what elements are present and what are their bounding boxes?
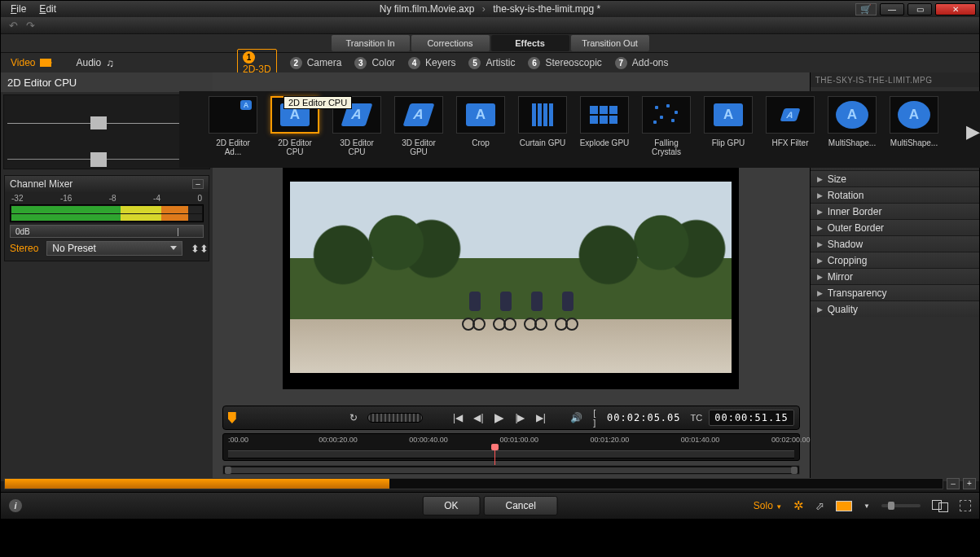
timeline-track[interactable] [228, 450, 794, 458]
category-stereoscopic[interactable]: 6Stereoscopic [528, 57, 601, 69]
menu-file[interactable]: File [4, 2, 33, 16]
timecode-duration[interactable]: 00:00:51.15 [709, 410, 793, 426]
effect-explode-gpu[interactable]: Explode GPU [578, 96, 631, 147]
single-monitor-icon[interactable] [836, 501, 852, 511]
db-tick: -4 [153, 194, 160, 203]
video-tab[interactable]: Video [11, 57, 51, 68]
timeline-tick: 00:01:20.00 [591, 436, 630, 444]
marker-icon[interactable] [228, 412, 236, 423]
preset-select[interactable]: No Preset [46, 241, 182, 256]
property-rotation[interactable]: ▶Rotation [811, 186, 980, 203]
category-add-ons[interactable]: 7Add-ons [615, 57, 669, 69]
property-shadow[interactable]: ▶Shadow [811, 235, 980, 252]
chevron-down-icon [170, 246, 177, 253]
jog-wheel[interactable] [367, 413, 423, 423]
chevron-right-icon: ▶ [817, 191, 823, 200]
timeline-tick: 00:01:00.00 [499, 436, 538, 444]
timeline-tick: :00.00 [228, 436, 248, 444]
category-color[interactable]: 3Color [354, 57, 395, 69]
chevron-right-icon: ▶ [817, 257, 823, 265]
property-inner-border[interactable]: ▶Inner Border [811, 203, 980, 219]
preview-area [213, 149, 810, 406]
menu-edit[interactable]: Edit [33, 2, 63, 16]
channel-mixer-collapse[interactable]: – [192, 179, 204, 189]
effect-hfx-filter[interactable]: AHFX Filter [764, 96, 816, 147]
titlebar-title: Ny film.film.Movie.axp › the-sky-is-the-… [0, 3, 980, 15]
audio-tab[interactable]: Audio ♫ [76, 57, 113, 69]
scrollbar-handle-right[interactable] [791, 467, 798, 474]
db-tick: 0 [197, 194, 202, 203]
dual-monitor-icon[interactable] [932, 500, 948, 512]
undo-icon[interactable]: ↶ [9, 20, 18, 32]
timecode-position[interactable]: 00:02:05.05 [607, 412, 680, 423]
category-camera[interactable]: 2Camera [290, 57, 342, 69]
solo-label: Solo [754, 500, 773, 511]
timeline-tick: 00:01:40.00 [681, 436, 720, 444]
effect-multishape-[interactable]: AMultiShape... [888, 96, 940, 147]
db-readout[interactable]: 0dB [10, 225, 204, 238]
property-quality[interactable]: ▶Quality [811, 300, 980, 317]
gear-icon[interactable]: ✲ [793, 498, 804, 513]
effect-crop[interactable]: ACrop [455, 96, 507, 147]
redo-icon[interactable]: ↷ [26, 20, 35, 32]
property-label: Size [828, 173, 846, 185]
play-button[interactable]: ▶ [492, 410, 506, 425]
property-label: Transparency [828, 287, 887, 299]
loop-button[interactable]: ↻ [347, 410, 361, 425]
maximize-button[interactable]: ▭ [907, 3, 932, 15]
right-panel-header: THE-SKY-IS-THE-LIMIT.MPG [811, 72, 980, 87]
stereo-label: Stereo [10, 243, 38, 254]
property-cropping[interactable]: ▶Cropping [811, 252, 980, 268]
channel-mixer-title: Channel Mixer [10, 178, 73, 190]
property-label: Shadow [828, 239, 863, 250]
property-label: Inner Border [828, 206, 882, 217]
go-end-button[interactable]: ▶| [534, 410, 547, 425]
close-button[interactable]: ✕ [935, 3, 976, 15]
effect-multishape-[interactable]: AMultiShape... [826, 96, 878, 147]
effect-falling-crystals[interactable]: Falling Crystals [640, 96, 692, 156]
go-start-button[interactable]: |◀ [450, 410, 464, 425]
effect-curtain-gpu[interactable]: Curtain GPU [516, 96, 569, 147]
info-icon[interactable]: i [9, 499, 22, 512]
equalizer-icon[interactable]: ⬍⬍ [191, 243, 204, 254]
scene-trees-right [556, 182, 732, 304]
solo-toggle[interactable]: Solo ▼ [754, 500, 782, 511]
property-mirror[interactable]: ▶Mirror [811, 268, 980, 284]
timeline[interactable]: :00.0000:00:20.0000:00:40.0000:01:00.000… [222, 433, 800, 461]
effect-2d-editor-ad-[interactable]: A2D Editor Ad... [207, 96, 259, 156]
progress-track[interactable] [4, 478, 943, 489]
cancel-button[interactable]: Cancel [483, 496, 557, 515]
effect-2d-editor-cpu[interactable]: A2D Editor CPU2D Editor CPU [269, 96, 321, 156]
export-window-icon[interactable]: ⬀ [815, 500, 824, 512]
fullscreen-icon[interactable] [960, 500, 971, 511]
volume-button[interactable]: 🔊 [569, 410, 583, 425]
effect-flip-gpu[interactable]: AFlip GPU [702, 96, 754, 147]
step-back-button[interactable]: ◀| [472, 410, 486, 425]
in-out-bracket[interactable]: [ ] [593, 408, 600, 428]
effect-3d-editor-gpu[interactable]: A3D Editor GPU [393, 96, 445, 156]
fx-tooltip: 2D Editor CPU [283, 96, 352, 109]
opacity-slider[interactable] [881, 504, 921, 507]
cart-button[interactable]: 🛒 [855, 3, 877, 15]
scrollbar-thumb[interactable] [226, 467, 797, 473]
fx-scroll-left[interactable] [182, 107, 197, 156]
ok-button[interactable]: OK [422, 496, 480, 515]
chevron-right-icon: ▶ [817, 240, 823, 248]
fx-scroll-right[interactable]: ▶ [965, 107, 980, 156]
property-label: Mirror [828, 271, 853, 283]
step-fwd-button[interactable]: |▶ [513, 410, 527, 425]
scrollbar-handle-left[interactable] [225, 467, 231, 474]
chevron-right-icon: ▶ [817, 273, 823, 281]
category-keyers[interactable]: 4Keyers [408, 57, 455, 69]
property-outer-border[interactable]: ▶Outer Border [811, 219, 980, 235]
minimize-button[interactable]: — [880, 3, 904, 15]
timeline-tick: 00:02:00.00 [771, 436, 811, 444]
progress-minus[interactable]: – [947, 478, 960, 489]
property-transparency[interactable]: ▶Transparency [811, 284, 980, 300]
preview-frame[interactable] [283, 149, 739, 406]
progress-plus[interactable]: + [963, 478, 976, 489]
property-size[interactable]: ▶Size [811, 170, 980, 186]
music-note-icon: ♫ [106, 57, 114, 69]
timeline-scrollbar[interactable] [222, 465, 800, 475]
category-artistic[interactable]: 5Artistic [468, 57, 515, 69]
